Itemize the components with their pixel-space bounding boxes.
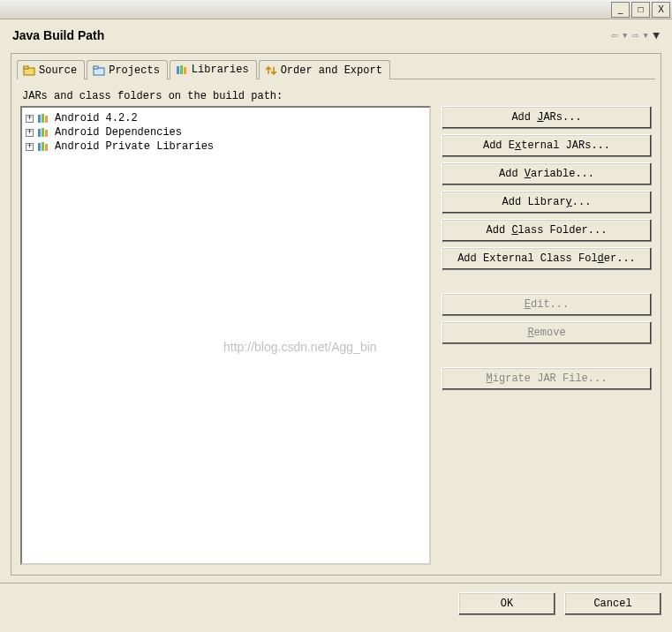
tab-label: Projects xyxy=(109,64,160,77)
forward-dropdown-icon[interactable]: ▾ xyxy=(642,28,649,42)
tree-item[interactable]: + Android Dependencies xyxy=(24,125,427,139)
projects-icon xyxy=(93,65,105,76)
svg-rect-12 xyxy=(45,130,48,137)
tree-item[interactable]: + Android 4.2.2 xyxy=(24,111,427,125)
close-icon: X xyxy=(658,4,664,14)
minimize-button[interactable]: _ xyxy=(611,2,630,18)
svg-rect-13 xyxy=(38,143,41,151)
svg-rect-15 xyxy=(45,144,48,151)
edit-button[interactable]: Edit... xyxy=(442,293,652,316)
library-icon xyxy=(37,127,51,138)
expand-icon[interactable]: + xyxy=(26,143,34,151)
nav-arrows: ⇦ ▾ ⇨ ▾ ▼ xyxy=(611,28,660,42)
page-title: Java Build Path xyxy=(12,28,104,42)
add-external-jars-button[interactable]: Add External JARs... xyxy=(442,134,652,157)
back-arrow-icon[interactable]: ⇦ xyxy=(611,28,618,42)
library-tree[interactable]: + Android 4.2.2 + Android Dependencies +… xyxy=(20,106,431,565)
maximize-button[interactable]: □ xyxy=(631,2,650,18)
tab-label: Order and Export xyxy=(281,64,382,77)
tab-bar: Source Projects Libraries Order and Expo… xyxy=(11,54,661,79)
add-library-button[interactable]: Add Library... xyxy=(442,191,652,214)
minimize-icon: _ xyxy=(618,4,623,14)
add-variable-button[interactable]: Add Variable... xyxy=(442,162,652,185)
library-icon xyxy=(37,141,51,152)
tree-item-label: Android 4.2.2 xyxy=(55,112,138,124)
svg-rect-10 xyxy=(38,129,41,137)
tab-label: Libraries xyxy=(192,64,249,76)
cancel-button[interactable]: Cancel xyxy=(564,592,661,615)
back-dropdown-icon[interactable]: ▾ xyxy=(622,28,629,42)
svg-rect-3 xyxy=(94,66,98,69)
svg-rect-5 xyxy=(180,65,183,74)
menu-dropdown-icon[interactable]: ▼ xyxy=(653,29,660,42)
window-titlebar: _ □ X xyxy=(0,0,672,19)
svg-rect-8 xyxy=(42,114,44,123)
migrate-jar-button[interactable]: Migrate JAR File... xyxy=(442,367,652,390)
svg-rect-7 xyxy=(38,115,41,123)
tab-order-export[interactable]: Order and Export xyxy=(259,60,390,79)
maximize-icon: □ xyxy=(638,4,643,14)
source-icon xyxy=(23,65,35,76)
page-header: Java Build Path ⇦ ▾ ⇨ ▾ ▼ xyxy=(0,19,672,53)
libraries-icon xyxy=(176,64,188,75)
svg-rect-11 xyxy=(42,128,44,137)
dialog-footer: OK Cancel xyxy=(0,583,672,624)
svg-rect-1 xyxy=(24,66,28,69)
tab-projects[interactable]: Projects xyxy=(87,60,168,79)
svg-rect-14 xyxy=(42,142,44,151)
forward-arrow-icon[interactable]: ⇨ xyxy=(632,28,639,42)
library-icon xyxy=(37,113,51,124)
order-export-icon xyxy=(265,65,277,76)
add-external-class-folder-button[interactable]: Add External Class Folder... xyxy=(442,247,652,270)
expand-icon[interactable]: + xyxy=(26,129,34,137)
svg-rect-4 xyxy=(177,66,179,74)
tab-source[interactable]: Source xyxy=(17,60,85,79)
svg-rect-6 xyxy=(184,67,186,74)
tree-item[interactable]: + Android Private Libraries xyxy=(24,139,427,154)
add-jars-button[interactable]: Add JARs... xyxy=(442,106,652,129)
expand-icon[interactable]: + xyxy=(26,115,34,123)
close-button[interactable]: X xyxy=(652,2,670,18)
svg-rect-9 xyxy=(45,116,48,123)
remove-button[interactable]: Remove xyxy=(442,321,652,344)
button-column: Add JARs... Add External JARs... Add Var… xyxy=(442,106,652,565)
tab-content: JARs and class folders on the build path… xyxy=(11,79,661,574)
tree-item-label: Android Dependencies xyxy=(55,126,182,139)
tab-libraries[interactable]: Libraries xyxy=(170,60,257,79)
ok-button[interactable]: OK xyxy=(458,592,555,615)
add-class-folder-button[interactable]: Add Class Folder... xyxy=(442,219,652,242)
main-panel: Source Projects Libraries Order and Expo… xyxy=(11,53,661,576)
tab-label: Source xyxy=(39,64,77,77)
tree-item-label: Android Private Libraries xyxy=(55,140,214,153)
list-label: JARs and class folders on the build path… xyxy=(22,90,652,102)
